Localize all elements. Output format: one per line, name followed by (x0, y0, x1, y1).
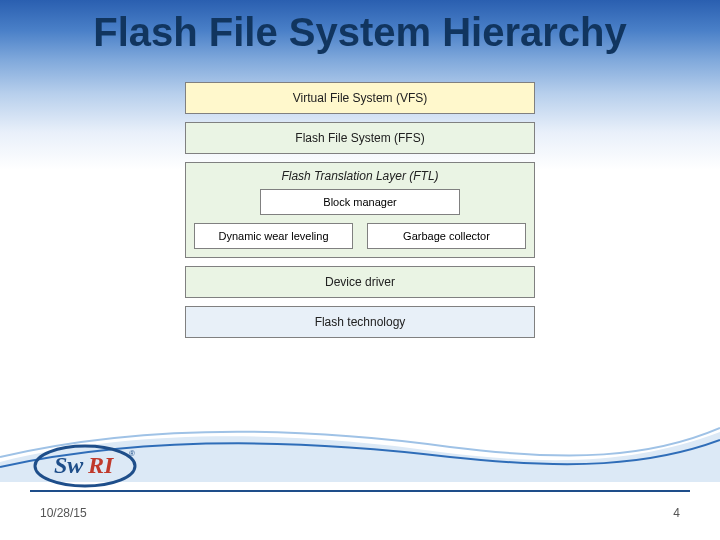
logo-sw: Sw (54, 452, 84, 478)
box-device-driver: Device driver (185, 266, 535, 298)
box-flash-technology: Flash technology (185, 306, 535, 338)
box-block-manager: Block manager (260, 189, 459, 215)
swri-logo: Sw RI ® (30, 442, 140, 490)
footer-divider (30, 490, 690, 492)
svg-point-0 (35, 446, 135, 486)
svg-text:RI: RI (87, 452, 115, 478)
box-vfs: Virtual File System (VFS) (185, 82, 535, 114)
slide: Flash File System Hierarchy Virtual File… (0, 0, 720, 540)
ftl-row-bottom: Dynamic wear leveling Garbage collector (194, 223, 526, 249)
logo-ri: RI (87, 452, 115, 478)
slide-title: Flash File System Hierarchy (0, 10, 720, 55)
svg-text:Sw: Sw (54, 452, 84, 478)
hierarchy-diagram: Virtual File System (VFS) Flash File Sys… (185, 82, 535, 338)
box-ftl: Flash Translation Layer (FTL) Block mana… (185, 162, 535, 258)
footer-date: 10/28/15 (40, 506, 87, 520)
footer-page-number: 4 (673, 506, 680, 520)
box-garbage-collector: Garbage collector (367, 223, 526, 249)
box-ffs: Flash File System (FFS) (185, 122, 535, 154)
box-dynamic-wear: Dynamic wear leveling (194, 223, 353, 249)
svg-text:®: ® (129, 449, 135, 458)
ftl-row-top: Block manager (194, 189, 526, 215)
ftl-title: Flash Translation Layer (FTL) (194, 169, 526, 183)
